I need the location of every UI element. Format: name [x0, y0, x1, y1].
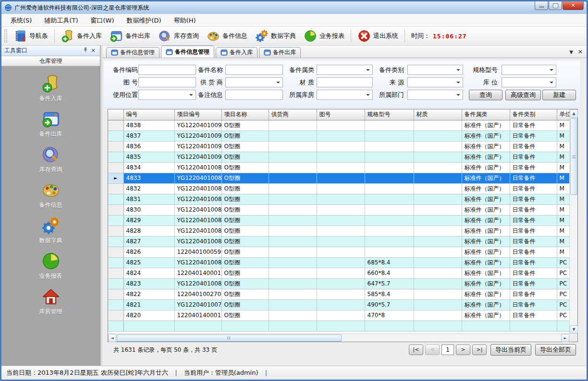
vertical-scroll-thumb[interactable]	[570, 118, 577, 195]
search-select-13[interactable]	[407, 90, 463, 100]
search-input-5[interactable]	[138, 77, 196, 87]
scroll-up-icon[interactable]: ▲	[570, 109, 578, 118]
table-row[interactable]: 4830YG12204010085O型圈标准件（国产）日常备件M	[108, 204, 569, 215]
table-row[interactable]: 4829YG12204010084O型圈标准件（国产）日常备件M	[108, 215, 569, 226]
column-header-6[interactable]: 规格型号	[365, 109, 414, 120]
table-row[interactable]: 48241220401400012O型圈660*8.4标准件（国产）日常备件PC	[108, 268, 569, 278]
table-row[interactable]: 4827YG12204010082O型圈标准件（国产）日常备件M	[108, 236, 569, 247]
minimize-button[interactable]	[535, 1, 548, 10]
tab-3[interactable]: 备件出库	[259, 47, 301, 58]
table-row[interactable]: 4823YG12204010080O型圈647*5.7标准件（国产）日常备件PC	[108, 278, 569, 289]
toolbar-button-nav-bar[interactable]: 导航条	[10, 28, 52, 44]
sidebar-close-icon[interactable]: ✕	[89, 48, 97, 54]
pager-first-button[interactable]: |<	[409, 345, 423, 355]
column-header-5[interactable]: 图号	[317, 109, 365, 120]
table-row-selected[interactable]: ►4833YG12204010088O型圈标准件（国产）日常备件M	[108, 173, 569, 183]
sidebar-item-biz-report[interactable]: 业务报表	[22, 251, 80, 280]
sidebar-item-parts-info[interactable]: 备件信息	[22, 180, 80, 209]
vertical-scrollbar[interactable]: ▲ ▼	[569, 109, 577, 333]
search-input-0[interactable]	[138, 65, 196, 75]
table-row[interactable]: 48261220401000599O型圈标准件（国产）日常备件M	[108, 247, 569, 257]
sidebar-item-parts-in[interactable]: 备件入库	[22, 74, 80, 103]
table-row[interactable]: 48201220401400013O型圈470*8标准件（国产）日常备件PC	[108, 310, 569, 321]
search-input-1[interactable]	[225, 65, 283, 75]
scroll-left-icon[interactable]: ◄	[108, 334, 116, 342]
search-select-10[interactable]	[138, 90, 196, 100]
search-select-4[interactable]	[502, 65, 556, 75]
table-row-partial[interactable]	[108, 321, 569, 331]
toolbar-button-parts-out[interactable]: 备件出库	[106, 28, 154, 44]
pin-icon[interactable]	[82, 47, 89, 54]
new-button[interactable]: 新建	[542, 90, 576, 100]
tab-dropdown-icon[interactable]: ▼	[569, 49, 573, 55]
search-select-3[interactable]	[407, 65, 463, 75]
sidebar-item-data-dict[interactable]: 数据字典	[22, 216, 80, 245]
column-header-2[interactable]: 项目编号	[174, 109, 221, 120]
search-select-9[interactable]	[502, 77, 556, 87]
page-number-input[interactable]	[441, 345, 454, 355]
column-header-0[interactable]	[108, 109, 123, 120]
search-select-6[interactable]	[225, 77, 283, 87]
column-header-3[interactable]: 项目名称	[221, 109, 269, 120]
column-header-9[interactable]: 备件类别	[510, 109, 557, 120]
table-cell: O型圈	[221, 141, 269, 152]
table-row[interactable]: 4834YG12204010089O型圈标准件（国产）日常备件M	[108, 162, 569, 173]
search-input-11[interactable]	[225, 90, 283, 100]
column-header-10[interactable]: 单位	[557, 109, 569, 120]
table-row[interactable]: 4821YG12204010079O型圈490*5.7标准件（国产）日常备件PC	[108, 299, 569, 310]
maximize-button[interactable]	[549, 1, 562, 10]
tab-2[interactable]: 备件入库	[216, 47, 257, 58]
table-row[interactable]: 4835YG12204010090O型圈标准件（国产）日常备件M	[108, 152, 569, 162]
tab-1-active[interactable]: 备件信息管理	[161, 46, 214, 58]
menu-item-0[interactable]: 系统(S)	[4, 14, 38, 26]
query-button[interactable]: 查询	[469, 90, 502, 100]
column-header-7[interactable]: 材质	[414, 109, 462, 120]
search-input-7[interactable]	[317, 77, 373, 87]
table-row[interactable]: 4836YG12204010091O型圈标准件（国产）日常备件M	[108, 141, 569, 152]
menu-item-3[interactable]: 数据维护(D)	[121, 14, 168, 26]
toolbar-button-parts-in[interactable]: 备件入库	[57, 28, 106, 44]
toolbar-button-stock-query[interactable]: 库存查询	[154, 28, 203, 44]
menu-item-1[interactable]: 辅助工具(T)	[38, 14, 84, 26]
tab-0[interactable]: 备件信息管理	[106, 47, 159, 58]
gears-icon	[41, 216, 61, 235]
tab-close-icon[interactable]: ✕	[578, 48, 583, 55]
table-row[interactable]: 4828YG12204010083O型圈标准件（国产）日常备件M	[108, 226, 569, 236]
table-row[interactable]: 4832YG12204010087O型圈标准件（国产）日常备件M	[108, 183, 569, 194]
export-current-page-button[interactable]: 导出当前页	[490, 344, 531, 356]
sidebar-item-warehouse-mgmt[interactable]: 库房管理	[22, 287, 80, 316]
export-all-pages-button[interactable]: 导出全部页	[535, 344, 576, 356]
column-header-4[interactable]: 供货商	[269, 109, 317, 120]
scroll-right-icon[interactable]: ►	[561, 334, 569, 342]
pager-next-button[interactable]: >	[456, 345, 470, 355]
table-cell	[365, 173, 414, 183]
table-row[interactable]: 4838YG12204010093O型圈标准件（国产）日常备件M	[108, 120, 569, 131]
toolbar-button-exit-system[interactable]: 退出系统	[354, 28, 402, 44]
row-indicator	[108, 321, 123, 331]
column-header-1[interactable]: 编号	[123, 109, 174, 120]
search-select-12[interactable]	[317, 90, 373, 100]
sidebar-item-stock-query[interactable]: 库存查询	[22, 145, 80, 174]
pager-last-button[interactable]: >|	[472, 345, 487, 355]
advanced-query-button[interactable]: 高级查询	[505, 90, 541, 100]
table-cell: 标准件（国产）	[462, 257, 510, 268]
toolbar-button-biz-report[interactable]: 业务报表	[300, 28, 348, 44]
table-row[interactable]: 4825YG12204010081O型圈685*8.4标准件（国产）日常备件PC	[108, 257, 569, 268]
toolbar-button-parts-info[interactable]: 备件信息	[203, 28, 251, 44]
table-cell: 490*5.7	[365, 299, 414, 310]
toolbar-button-data-dict[interactable]: 数据字典	[251, 28, 300, 44]
close-button[interactable]: ✕	[563, 1, 584, 10]
search-select-8[interactable]	[407, 77, 463, 87]
search-select-2[interactable]	[317, 65, 373, 75]
column-header-8[interactable]: 备件属类	[462, 109, 510, 120]
sidebar-item-parts-out[interactable]: 备件出库	[22, 109, 80, 138]
table-row[interactable]: 48221220401002700O型圈585*8.4标准件（国产）日常备件PC	[108, 289, 569, 299]
horizontal-scrollbar[interactable]: ◄ ►	[108, 333, 569, 342]
table-row[interactable]: 4831YG12204010086O型圈标准件（国产）日常备件M	[108, 194, 569, 204]
table-row[interactable]: 4837YG12204010092O型圈标准件（国产）日常备件M	[108, 131, 569, 141]
menu-item-4[interactable]: 帮助(H)	[168, 14, 202, 26]
scroll-down-icon[interactable]: ▼	[570, 325, 578, 333]
menu-item-2[interactable]: 窗口(W)	[85, 14, 121, 26]
pager-prev-button[interactable]: <	[425, 345, 440, 355]
horizontal-scroll-thumb[interactable]	[117, 334, 342, 342]
